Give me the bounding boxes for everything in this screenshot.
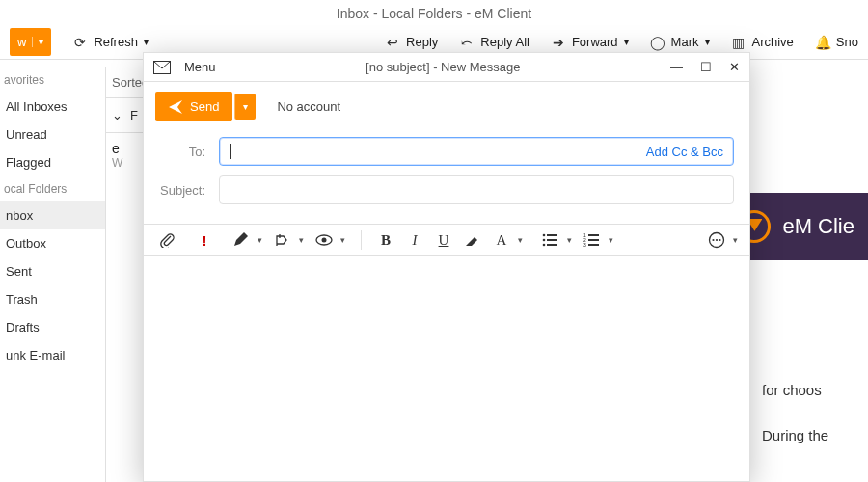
- signature-icon[interactable]: [232, 232, 250, 248]
- svg-point-17: [716, 239, 718, 241]
- preview-content: for choos During the: [752, 372, 868, 482]
- window-title: Inbox - Local Folders - eM Client: [0, 0, 868, 25]
- reply-all-icon: ⤺: [459, 35, 475, 50]
- font-color-button[interactable]: A: [493, 232, 510, 249]
- sidebar-section-local: ocal Folders: [0, 176, 105, 201]
- bell-icon: 🔔: [815, 35, 830, 50]
- compose-fields: To: Add Cc & Bcc Subject:: [144, 131, 749, 224]
- quicktext-icon[interactable]: [274, 232, 291, 248]
- sidebar-item-unread[interactable]: Unread: [0, 120, 105, 148]
- chevron-down-icon[interactable]: ▾: [258, 235, 262, 245]
- number-list-icon[interactable]: 123: [583, 233, 601, 247]
- reply-all-button[interactable]: ⤺ Reply All: [459, 35, 529, 50]
- mark-button[interactable]: ◯ Mark ▾: [650, 35, 710, 50]
- chevron-down-icon[interactable]: ▾: [32, 37, 43, 47]
- sidebar-item-all-inboxes[interactable]: All Inboxes: [0, 93, 105, 120]
- svg-rect-8: [547, 244, 557, 246]
- forward-icon: ➔: [551, 35, 566, 50]
- compose-actionbar: Send ▾ No account: [144, 82, 749, 131]
- to-label: To:: [159, 145, 205, 159]
- svg-rect-14: [588, 244, 599, 246]
- svg-rect-12: [588, 239, 599, 241]
- chevron-down-icon[interactable]: ▾: [705, 37, 710, 47]
- svg-point-7: [543, 244, 546, 247]
- underline-button[interactable]: U: [435, 232, 452, 249]
- chevron-down-icon[interactable]: ▾: [144, 37, 149, 47]
- new-button[interactable]: w ▾: [10, 28, 51, 56]
- reply-button[interactable]: ↩ Reply: [385, 35, 438, 50]
- format-toolbar: ! ▾ ▾ ▾ B I U A▾ ▾: [144, 224, 749, 256]
- highlight-icon[interactable]: [464, 232, 481, 248]
- svg-rect-6: [547, 239, 557, 241]
- archive-icon: ▥: [731, 35, 746, 50]
- svg-rect-4: [547, 234, 557, 236]
- chevron-down-icon[interactable]: ▾: [299, 235, 304, 245]
- sidebar-section-favorites: avorites: [0, 67, 105, 93]
- refresh-icon: ⟳: [72, 35, 88, 50]
- bold-button[interactable]: B: [377, 232, 394, 249]
- svg-point-5: [543, 239, 546, 242]
- subject-label: Subject:: [159, 183, 205, 198]
- chevron-down-icon[interactable]: ▾: [567, 235, 572, 245]
- refresh-button[interactable]: ⟳ Refresh ▾: [72, 35, 149, 50]
- sidebar-item-junk[interactable]: unk E-mail: [0, 341, 105, 369]
- sidebar-item-drafts[interactable]: Drafts: [0, 313, 105, 341]
- compose-title: [no subject] - New Message: [216, 60, 670, 74]
- attachment-icon[interactable]: [159, 232, 176, 248]
- read-receipt-icon[interactable]: [315, 234, 333, 246]
- chevron-down-icon[interactable]: ▾: [624, 37, 629, 47]
- chevron-down-icon[interactable]: ▾: [340, 235, 345, 245]
- svg-rect-10: [588, 234, 599, 236]
- bullet-list-icon[interactable]: [542, 233, 559, 247]
- to-input[interactable]: Add Cc & Bcc: [219, 137, 734, 166]
- reply-icon: ↩: [385, 35, 400, 50]
- chevron-down-icon[interactable]: ▾: [518, 235, 523, 245]
- send-button[interactable]: Send: [155, 92, 232, 121]
- sidebar-item-inbox[interactable]: nbox: [0, 201, 105, 229]
- mark-icon: ◯: [650, 35, 665, 50]
- more-options-icon[interactable]: [708, 231, 725, 249]
- svg-point-16: [712, 239, 714, 241]
- minimize-icon[interactable]: —: [670, 60, 683, 74]
- send-icon: [169, 100, 182, 114]
- subject-input[interactable]: [219, 175, 734, 204]
- snooze-button[interactable]: 🔔 Sno: [815, 35, 858, 50]
- compose-window: Menu [no subject] - New Message — ☐ ✕ Se…: [143, 52, 750, 482]
- forward-button[interactable]: ➔ Forward ▾: [551, 35, 629, 50]
- sidebar-item-outbox[interactable]: Outbox: [0, 229, 105, 257]
- menu-button[interactable]: Menu: [184, 60, 216, 74]
- sidebar-item-trash[interactable]: Trash: [0, 285, 105, 313]
- close-icon[interactable]: ✕: [729, 60, 740, 74]
- italic-button[interactable]: I: [406, 232, 423, 249]
- chevron-down-icon: ⌄: [112, 108, 122, 122]
- priority-icon[interactable]: !: [196, 232, 213, 249]
- sidebar-item-flagged[interactable]: Flagged: [0, 148, 105, 176]
- maximize-icon[interactable]: ☐: [700, 60, 712, 74]
- sidebar: avorites All Inboxes Unread Flagged ocal…: [0, 67, 106, 482]
- svg-point-18: [719, 239, 720, 241]
- mail-icon: [153, 61, 171, 74]
- compose-body[interactable]: [144, 256, 749, 481]
- chevron-down-icon[interactable]: ▾: [609, 235, 613, 245]
- archive-button[interactable]: ▥ Archive: [731, 35, 794, 50]
- svg-text:3: 3: [583, 242, 586, 247]
- compose-titlebar[interactable]: Menu [no subject] - New Message — ☐ ✕: [144, 53, 749, 82]
- sidebar-item-sent[interactable]: Sent: [0, 257, 105, 285]
- svg-point-3: [543, 234, 546, 237]
- svg-point-2: [322, 238, 327, 243]
- account-selector[interactable]: No account: [277, 99, 340, 114]
- add-cc-bcc-link[interactable]: Add Cc & Bcc: [646, 145, 723, 159]
- send-split-button[interactable]: ▾: [234, 94, 256, 120]
- chevron-down-icon[interactable]: ▾: [733, 235, 738, 245]
